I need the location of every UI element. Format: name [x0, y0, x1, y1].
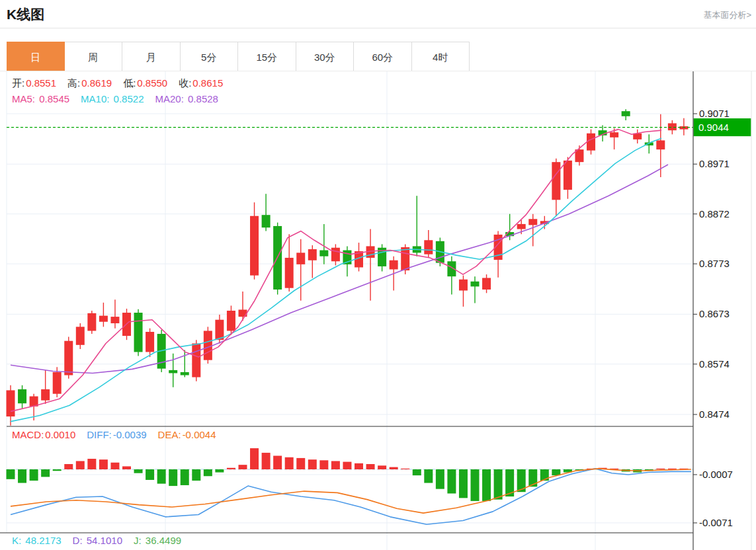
macd-legend: MACD:0.0010 DIFF:-0.0039 DEA:-0.0044 [12, 429, 228, 440]
ohlc-open: 开:0.8551 [12, 77, 56, 90]
ohlc-legend: 开:0.8551 高:0.8619 低:0.8550 收:0.8615 [12, 77, 234, 90]
ohlc-open-label: 开: [12, 77, 24, 89]
svg-text:0.8872: 0.8872 [699, 208, 730, 219]
ohlc-close-value: 0.8615 [192, 77, 223, 89]
svg-text:0.8673: 0.8673 [699, 308, 730, 319]
fundamental-analysis-link[interactable]: 基本面分析> [703, 9, 751, 21]
kdj-k-label: K: [12, 535, 21, 546]
svg-text:0.8971: 0.8971 [699, 158, 730, 169]
interval-tabs: 日 周 月 5分 15分 30分 60分 4时 [7, 42, 470, 71]
ohlc-close: 收:0.8615 [179, 77, 223, 90]
svg-text:0.8574: 0.8574 [699, 358, 730, 370]
svg-text:0.9071: 0.9071 [699, 108, 730, 119]
divider [0, 28, 756, 28]
diff-item: DIFF:-0.0039 [87, 429, 146, 440]
ma5-value: 0.8545 [39, 93, 69, 104]
ohlc-low-label: 低: [123, 77, 136, 89]
ma10-label: MA10: [81, 93, 109, 104]
kdj-j-item: J: 36.4499 [134, 535, 181, 546]
ma5-legend: MA5: 0.8545 [12, 93, 69, 104]
kdj-d-item: D: 54.1010 [73, 535, 122, 546]
kdj-d-value: 54.1010 [87, 535, 122, 546]
ohlc-high-label: 高: [67, 77, 80, 89]
ohlc-close-label: 收: [179, 77, 191, 89]
ohlc-low-value: 0.8550 [137, 77, 167, 89]
page-title: K线图 [7, 5, 44, 24]
dea-item: DEA:-0.0044 [158, 429, 216, 440]
macd-label: MACD: [12, 429, 44, 440]
kdj-k-value: 48.2173 [25, 535, 61, 546]
kdj-d-label: D: [73, 535, 83, 546]
svg-text:0.8773: 0.8773 [699, 258, 730, 269]
tab-week[interactable]: 周 [65, 42, 123, 71]
ohlc-low: 低:0.8550 [123, 77, 167, 90]
macd-item: MACD:0.0010 [12, 429, 75, 440]
svg-text:-0.0007: -0.0007 [699, 469, 733, 480]
tab-month[interactable]: 月 [122, 42, 181, 71]
svg-text:0.9044: 0.9044 [698, 122, 729, 133]
svg-text:-0.0071: -0.0071 [699, 517, 733, 528]
ma10-value: 0.8522 [114, 93, 144, 104]
tab-4hour[interactable]: 4时 [412, 42, 470, 71]
ohlc-open-value: 0.8551 [26, 77, 56, 89]
tab-15min[interactable]: 15分 [238, 42, 296, 71]
diff-value: -0.0039 [113, 429, 147, 440]
tab-60min[interactable]: 60分 [354, 42, 412, 71]
ohlc-high-value: 0.8619 [81, 77, 112, 89]
ma20-label: MA20: [155, 93, 184, 104]
dea-value: -0.0044 [183, 429, 216, 440]
kdj-j-label: J: [134, 535, 142, 546]
tab-30min[interactable]: 30分 [296, 42, 355, 71]
svg-text:0.8474: 0.8474 [699, 409, 730, 420]
divider [0, 71, 756, 71]
ma20-legend: MA20: 0.8528 [155, 93, 218, 104]
kline-page: K线图 基本面分析> 日 周 月 5分 15分 30分 60分 4时 0.904… [0, 0, 756, 550]
diff-label: DIFF: [87, 429, 112, 440]
ma-legend: MA5: 0.8545 MA10: 0.8522 MA20: 0.8528 [12, 93, 230, 104]
kdj-j-value: 36.4499 [146, 535, 181, 546]
macd-value: 0.0010 [45, 429, 75, 440]
ma20-value: 0.8528 [188, 93, 218, 104]
kdj-legend: K: 48.2173 D: 54.1010 J: 36.4499 [12, 535, 192, 546]
tab-5min[interactable]: 5分 [181, 42, 239, 71]
ma10-legend: MA10: 0.8522 [81, 93, 144, 104]
ohlc-high: 高:0.8619 [67, 77, 112, 90]
kdj-k-item: K: 48.2173 [12, 535, 62, 546]
ma5-label: MA5: [12, 93, 35, 104]
tab-day[interactable]: 日 [7, 42, 65, 71]
dea-label: DEA: [158, 429, 181, 440]
